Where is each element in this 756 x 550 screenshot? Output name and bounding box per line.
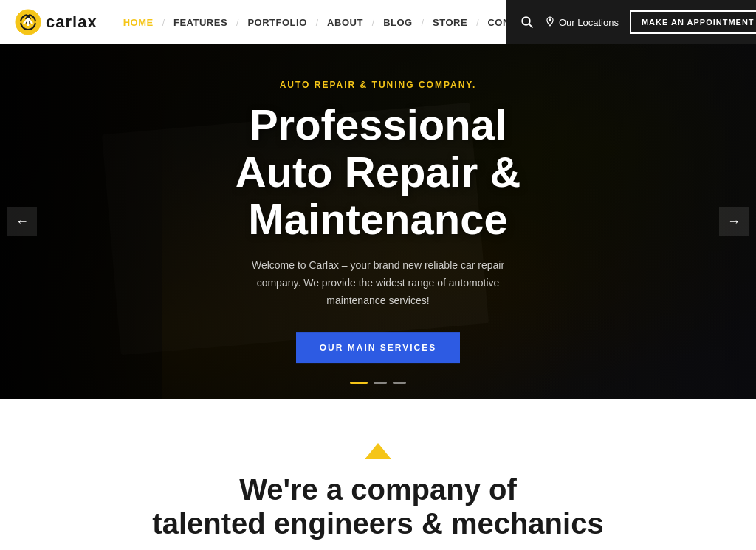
- navbar-right: Our Locations MAKE AN APPOINTMENT: [506, 0, 756, 44]
- triangle-icon: [365, 443, 391, 459]
- svg-rect-5: [27, 30, 30, 33]
- location-icon: [545, 16, 555, 29]
- svg-point-9: [522, 17, 530, 25]
- hero-dot-2[interactable]: [374, 382, 387, 384]
- hero-prev-arrow[interactable]: ←: [7, 207, 37, 236]
- nav-store[interactable]: Store: [425, 13, 475, 32]
- nav-home[interactable]: Home: [116, 13, 161, 32]
- svg-rect-4: [27, 11, 30, 15]
- company-section: We're a company of talented engineers & …: [0, 399, 756, 550]
- nav-links: Home / Features / Portfolio / About / Bl…: [116, 16, 551, 29]
- hero-subtitle: AUTO REPAIR & TUNING COMPANY.: [120, 80, 636, 90]
- svg-point-11: [549, 18, 551, 21]
- navbar: carlax Home / Features / Portfolio / Abo…: [0, 0, 506, 44]
- hero-content: AUTO REPAIR & TUNING COMPANY. Profession…: [120, 80, 636, 363]
- hero-description: Welcome to Carlax – your brand new relia…: [230, 258, 526, 310]
- svg-rect-6: [17, 21, 21, 24]
- right-arrow-icon: →: [727, 214, 740, 230]
- hero-next-arrow[interactable]: →: [719, 207, 749, 236]
- nav-blog[interactable]: Blog: [376, 13, 420, 32]
- nav-features[interactable]: Features: [166, 13, 235, 32]
- hero-dots: [350, 382, 406, 384]
- logo-text: carlax: [46, 13, 97, 32]
- triangle-container: [15, 443, 741, 459]
- logo[interactable]: carlax: [15, 9, 97, 35]
- location-button[interactable]: Our Locations: [545, 16, 619, 29]
- search-button[interactable]: [520, 16, 534, 29]
- hero-dot-1[interactable]: [350, 382, 368, 384]
- nav-about[interactable]: About: [320, 13, 371, 32]
- search-icon: [520, 16, 534, 29]
- hero-title: Professional Auto Repair & Maintenance: [120, 101, 636, 242]
- logo-icon: [15, 9, 41, 35]
- location-label: Our Locations: [559, 17, 619, 28]
- section-title: We're a company of talented engineers & …: [15, 472, 741, 540]
- hero-cta-button[interactable]: OUR MAIN SERVICES: [296, 332, 460, 363]
- left-arrow-icon: ←: [16, 214, 29, 230]
- hero-section: AUTO REPAIR & TUNING COMPANY. Profession…: [0, 44, 756, 399]
- hero-dot-3[interactable]: [393, 382, 406, 384]
- appointment-button[interactable]: MAKE AN APPOINTMENT: [630, 10, 756, 34]
- header: carlax Home / Features / Portfolio / Abo…: [0, 0, 756, 44]
- svg-line-10: [529, 24, 533, 28]
- svg-rect-7: [35, 21, 39, 24]
- nav-portfolio[interactable]: Portfolio: [240, 13, 314, 32]
